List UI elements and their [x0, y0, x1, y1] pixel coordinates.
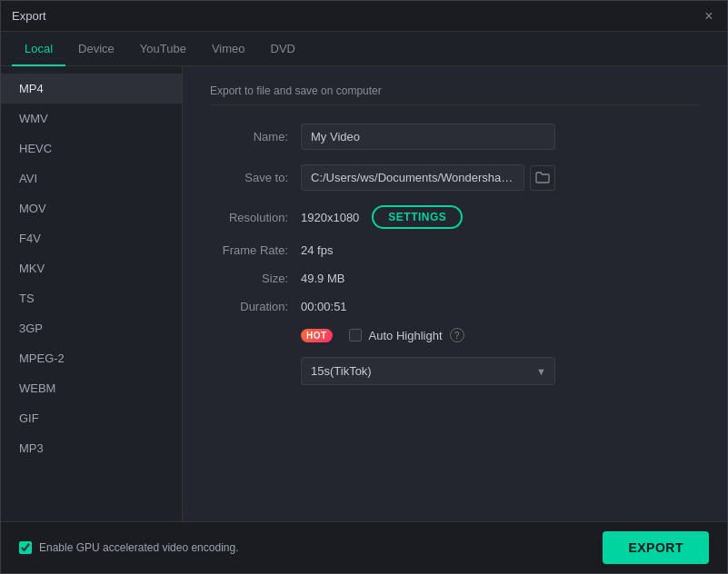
frame-rate-row: Frame Rate: 24 fps	[210, 243, 700, 257]
sidebar-item-f4v[interactable]: F4V	[1, 223, 182, 253]
title-bar-left: Export	[12, 9, 46, 23]
name-label: Name:	[210, 130, 301, 144]
name-row: Name:	[210, 124, 700, 150]
resolution-value: 1920x1080	[301, 211, 359, 224]
close-button[interactable]: ×	[702, 9, 716, 24]
duration-value: 00:00:51	[301, 300, 347, 313]
browse-folder-button[interactable]	[530, 165, 555, 191]
save-to-row: Save to: C:/Users/ws/Documents/Wondersha…	[210, 164, 700, 191]
auto-highlight-row: HOT Auto Highlight ?	[210, 328, 700, 342]
export-button[interactable]: EXPORT	[603, 531, 709, 564]
tab-bar: Local Device YouTube Vimeo DVD	[1, 32, 727, 66]
tab-local[interactable]: Local	[12, 33, 65, 66]
main-spacer	[210, 400, 700, 503]
sidebar-item-hevc[interactable]: HEVC	[1, 134, 182, 163]
main-panel: Export to file and save on computer Name…	[183, 66, 727, 521]
size-row: Size: 49.9 MB	[210, 272, 700, 285]
sidebar-item-wmv[interactable]: WMV	[1, 104, 182, 134]
duration-label: Duration:	[210, 300, 301, 313]
sidebar-item-mkv[interactable]: MKV	[1, 253, 182, 283]
auto-highlight-group: HOT Auto Highlight ?	[301, 328, 464, 342]
sidebar-item-gif[interactable]: GIF	[1, 403, 182, 433]
tab-device[interactable]: Device	[65, 33, 127, 66]
highlight-dropdown-wrapper: 15s(TikTok) 30s 60s Custom ▼	[301, 357, 555, 385]
help-icon[interactable]: ?	[450, 328, 464, 342]
resolution-row: Resolution: 1920x1080 SETTINGS	[210, 205, 700, 229]
export-dialog: Export × Local Device YouTube Vimeo DVD …	[0, 0, 728, 574]
tab-vimeo[interactable]: Vimeo	[199, 33, 258, 66]
highlight-dropdown-row: 15s(TikTok) 30s 60s Custom ▼	[301, 357, 700, 385]
auto-highlight-label: Auto Highlight	[369, 329, 443, 342]
save-to-label: Save to:	[210, 171, 301, 184]
save-to-group: C:/Users/ws/Documents/Wondershare/W	[301, 164, 555, 191]
resolution-label: Resolution:	[210, 211, 301, 224]
sidebar-item-mpeg2[interactable]: MPEG-2	[1, 343, 182, 373]
sidebar-item-ts[interactable]: TS	[1, 283, 182, 313]
size-value: 49.9 MB	[301, 272, 344, 285]
title-bar: Export ×	[1, 1, 727, 32]
bottom-bar: Enable GPU accelerated video encoding. E…	[1, 521, 727, 573]
sidebar-item-mp4[interactable]: MP4	[1, 74, 182, 104]
auto-highlight-checkbox[interactable]	[349, 329, 362, 341]
format-sidebar: MP4 WMV HEVC AVI MOV F4V MKV TS 3GP MPEG…	[1, 66, 183, 521]
frame-rate-label: Frame Rate:	[210, 243, 301, 257]
hot-badge: HOT	[301, 329, 333, 342]
sidebar-item-webm[interactable]: WEBM	[1, 373, 182, 403]
sidebar-item-mp3[interactable]: MP3	[1, 433, 182, 463]
tab-dvd[interactable]: DVD	[258, 33, 308, 66]
tab-youtube[interactable]: YouTube	[127, 33, 199, 66]
content-area: MP4 WMV HEVC AVI MOV F4V MKV TS 3GP MPEG…	[1, 66, 727, 521]
sidebar-item-avi[interactable]: AVI	[1, 163, 182, 193]
size-label: Size:	[210, 272, 301, 285]
duration-row: Duration: 00:00:51	[210, 300, 700, 313]
gpu-checkbox[interactable]	[19, 541, 32, 554]
name-input[interactable]	[301, 124, 555, 150]
sidebar-item-mov[interactable]: MOV	[1, 193, 182, 223]
resolution-group: 1920x1080 SETTINGS	[301, 205, 463, 229]
gpu-label: Enable GPU accelerated video encoding.	[39, 541, 238, 554]
frame-rate-value: 24 fps	[301, 243, 333, 257]
dialog-title: Export	[12, 9, 46, 23]
save-to-input[interactable]: C:/Users/ws/Documents/Wondershare/W	[301, 164, 524, 191]
highlight-dropdown[interactable]: 15s(TikTok) 30s 60s Custom	[301, 357, 555, 385]
gpu-checkbox-row: Enable GPU accelerated video encoding.	[19, 541, 238, 554]
section-title: Export to file and save on computer	[210, 84, 700, 105]
settings-button[interactable]: SETTINGS	[372, 205, 463, 229]
sidebar-item-3gp[interactable]: 3GP	[1, 313, 182, 343]
